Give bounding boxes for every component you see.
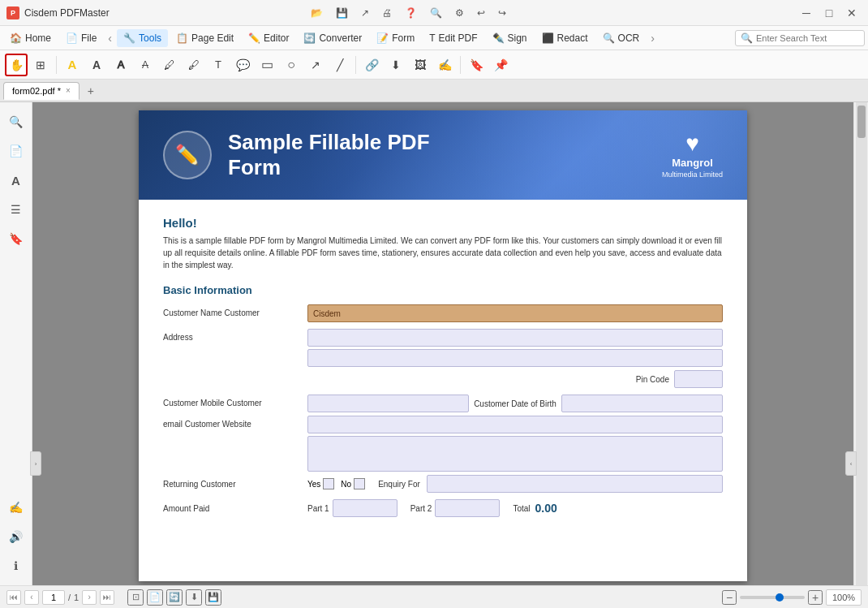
bookmark-button[interactable]: 🔖	[465, 54, 488, 76]
zoom-slider-thumb[interactable]	[776, 593, 784, 602]
menu-nav-back[interactable]: ‹	[105, 32, 115, 45]
title-bar: P Cisdem PDFMaster 📂 💾 ↗ 🖨 ❓ 🔍 ⚙ ↩ ↪ ─ □…	[0, 0, 868, 26]
close-button[interactable]: ✕	[842, 5, 862, 21]
menu-home[interactable]: 🏠 Home	[3, 29, 58, 47]
extract-button[interactable]: ⬇	[186, 589, 202, 606]
pin-code-field[interactable]	[674, 370, 723, 388]
mobile-field[interactable]	[307, 395, 469, 412]
stamp-button[interactable]: ⬇	[385, 54, 407, 76]
first-page-button[interactable]: ⏮	[6, 590, 21, 605]
eraser-button[interactable]: 🖋	[183, 54, 205, 76]
titlebar-settings[interactable]: ⚙	[455, 7, 464, 19]
sidebar-list-button[interactable]: ☰	[3, 196, 29, 222]
zoom-slider[interactable]	[740, 596, 805, 599]
minimize-button[interactable]: ─	[797, 5, 816, 21]
sidebar-sound-button[interactable]: 🔊	[3, 524, 29, 550]
link-button[interactable]: 🔗	[360, 54, 383, 76]
zoom-in-button[interactable]: +	[808, 590, 823, 605]
titlebar-open[interactable]: 📂	[311, 7, 323, 19]
signature-button[interactable]: ✍	[433, 54, 456, 76]
yes-radio[interactable]	[323, 478, 334, 489]
sidebar-text-button[interactable]: A	[3, 167, 29, 193]
right-collapse-arrow[interactable]: ‹	[845, 451, 857, 476]
titlebar-share[interactable]: ↗	[361, 7, 369, 19]
menu-form[interactable]: 📝 Form	[370, 29, 421, 47]
titlebar-save[interactable]: 💾	[336, 7, 348, 19]
email-field[interactable]	[307, 416, 723, 433]
outline-text-button[interactable]: A	[110, 54, 132, 76]
text-tool-button[interactable]: T	[207, 54, 230, 76]
titlebar-help[interactable]: ❓	[405, 7, 417, 19]
search-input[interactable]	[756, 33, 859, 43]
tab-form02[interactable]: form02.pdf * ×	[3, 82, 79, 100]
hello-title: Hello!	[163, 216, 723, 230]
sidebar-bookmark-button[interactable]: 🔖	[3, 226, 29, 252]
next-page-button[interactable]: ›	[82, 590, 97, 605]
menu-redact[interactable]: ⬛ Redact	[535, 29, 595, 47]
tab-close-button[interactable]: ×	[66, 86, 71, 95]
search-box[interactable]: 🔍	[735, 30, 865, 46]
scrollbar-thumb[interactable]	[857, 106, 866, 138]
prev-page-button[interactable]: ‹	[24, 590, 39, 605]
strikethrough-button[interactable]: A	[134, 54, 157, 76]
website-field[interactable]	[307, 436, 723, 472]
titlebar-search2[interactable]: 🔍	[430, 7, 442, 19]
ellipse-button[interactable]: ○	[280, 54, 303, 76]
pdf-area[interactable]: ✏️ Sample Fillable PDF Form ♥ Mangrol Mu…	[32, 102, 853, 585]
menu-bar: 🏠 Home 📄 File ‹ 🔧 Tools 📋 Page Edit ✏️ E…	[0, 26, 868, 50]
part1-field[interactable]	[333, 499, 397, 517]
page-number-input[interactable]	[42, 590, 65, 605]
titlebar-redo[interactable]: ↪	[498, 7, 506, 19]
yes-label: Yes	[307, 480, 320, 489]
add-tab-button[interactable]: +	[83, 83, 99, 99]
left-collapse-arrow[interactable]: ›	[30, 451, 41, 476]
zoom-out-button[interactable]: −	[722, 590, 737, 605]
menu-page-edit[interactable]: 📋 Page Edit	[170, 29, 240, 47]
menu-nav-more[interactable]: ›	[647, 32, 658, 45]
fit-page-button[interactable]: ⊡	[127, 589, 144, 606]
titlebar-undo[interactable]: ↩	[477, 7, 485, 19]
address-field-2[interactable]	[307, 349, 723, 367]
maximize-button[interactable]: □	[819, 5, 839, 21]
pin-button[interactable]: 📌	[489, 54, 512, 76]
last-page-button[interactable]: ⏭	[100, 590, 114, 605]
image-button[interactable]: 🖼	[409, 54, 432, 76]
enquiry-field[interactable]	[427, 475, 723, 493]
menu-file[interactable]: 📄 File	[59, 29, 103, 47]
normal-text-button[interactable]: A	[85, 54, 108, 76]
pen-button[interactable]: 🖊	[158, 54, 181, 76]
right-scrollbar[interactable]	[853, 102, 868, 585]
dob-field[interactable]	[561, 395, 723, 412]
sign-icon: ✒️	[492, 32, 505, 44]
sidebar-search-button[interactable]: 🔍	[3, 109, 29, 135]
part2-field[interactable]	[435, 499, 500, 517]
tab-label: form02.pdf *	[12, 86, 61, 96]
line-button[interactable]: ╱	[329, 54, 351, 76]
name-field[interactable]: Cisdem	[307, 304, 723, 322]
sidebar-page-button[interactable]: 📄	[3, 138, 29, 164]
titlebar-print[interactable]: 🖨	[382, 7, 392, 19]
download-button[interactable]: 💾	[205, 589, 221, 606]
select-tool-button[interactable]: ⊞	[29, 54, 52, 76]
rectangle-button[interactable]: ▭	[256, 54, 278, 76]
hand-tool-button[interactable]: ✋	[5, 54, 28, 76]
part2-group: Part 2	[410, 499, 501, 517]
rotate-button[interactable]: 🔄	[166, 589, 183, 606]
menu-tools[interactable]: 🔧 Tools	[117, 29, 168, 47]
no-radio[interactable]	[354, 478, 365, 489]
sidebar-info-button[interactable]: ℹ	[3, 553, 29, 579]
sidebar-sign-button[interactable]: ✍	[3, 494, 29, 520]
menu-ocr[interactable]: 🔍 OCR	[596, 29, 647, 47]
zoom-value[interactable]: 100%	[826, 589, 862, 606]
highlight-text-button[interactable]: A	[61, 54, 84, 76]
yes-option: Yes	[307, 478, 334, 489]
address-field-1[interactable]	[307, 329, 723, 347]
menu-converter[interactable]: 🔄 Converter	[297, 29, 368, 47]
menu-editor[interactable]: ✏️ Editor	[242, 29, 295, 47]
fit-width-button[interactable]: 📄	[147, 589, 163, 606]
menu-edit-pdf[interactable]: T Edit PDF	[423, 29, 483, 47]
edit-pdf-icon: T	[429, 32, 435, 44]
arrow-button[interactable]: ↗	[304, 54, 327, 76]
menu-sign[interactable]: ✒️ Sign	[486, 29, 534, 47]
callout-button[interactable]: 💬	[231, 54, 254, 76]
